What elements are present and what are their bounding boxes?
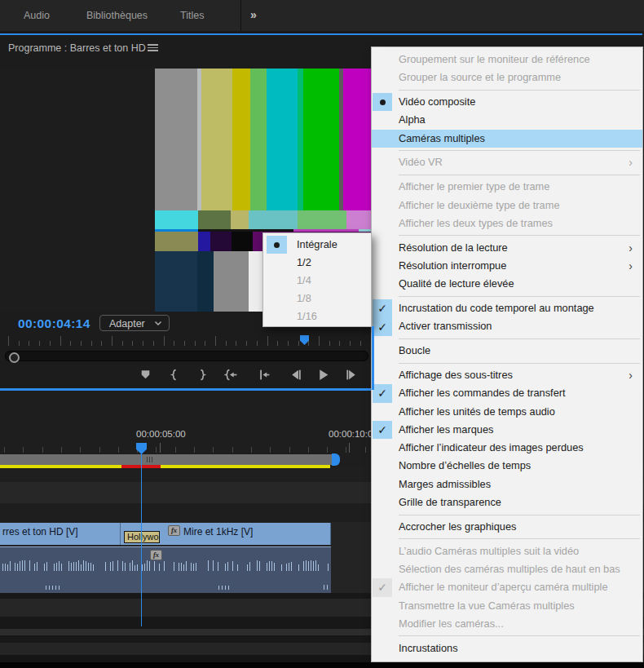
tab-titles[interactable]: Titles xyxy=(180,10,204,21)
waveform-tick xyxy=(110,562,111,571)
menu-item-modifier-les-cameras[interactable]: Modifier les caméras... xyxy=(372,615,642,633)
monitor-mini-timeline-ruler[interactable] xyxy=(0,334,371,346)
menu-item-label: 1/4 xyxy=(297,274,311,286)
menu-item-afficher-les-deux-types-de-trames[interactable]: Afficher les deux types de trames xyxy=(372,215,642,232)
waveform-tick xyxy=(213,560,214,571)
menu-check-gutter xyxy=(267,236,287,254)
color-bar-segment xyxy=(214,251,249,312)
menu-item-marges-admissibles[interactable]: Marges admissibles xyxy=(372,476,642,493)
menu-item-grille-de-transparence[interactable]: Grille de transparence xyxy=(372,493,642,511)
menu-item-transmettre-la-vue-cameras-multiples[interactable]: Transmettre la vue Caméras multiples xyxy=(372,597,642,615)
menu-separator xyxy=(372,536,642,542)
work-area-bar[interactable] xyxy=(0,454,333,465)
waveform-tick xyxy=(20,561,20,571)
waveform-tick xyxy=(59,561,60,571)
menu-item-incrustations[interactable]: Incrustations xyxy=(372,639,642,657)
menu-item-l-audio-cameras-multiples-suit-la-video[interactable]: L’audio Caméras multiples suit la vidéo xyxy=(372,542,642,560)
menu-check-gutter xyxy=(373,93,392,111)
waveform-tick xyxy=(218,562,218,571)
menu-item-qualite-de-lecture-elevee[interactable]: Qualité de lecture élevée xyxy=(372,275,642,293)
tab-bibliotheques[interactable]: Bibliothèques xyxy=(86,10,148,21)
menu-item-afficher-le-deuxieme-type-de-trame[interactable]: Afficher le deuxième type de trame xyxy=(372,197,642,215)
menu-item-afficher-le-premier-type-de-trame[interactable]: Afficher le premier type de trame xyxy=(372,178,642,196)
fx-badge: fx xyxy=(150,550,162,560)
menu-item-resolution-de-la-lecture[interactable]: Résolution de la lecture› xyxy=(372,239,642,257)
ruler-tick xyxy=(215,336,216,346)
waveform-tick xyxy=(291,562,292,571)
current-timecode[interactable]: 00:00:04:14 xyxy=(18,316,90,331)
color-bar-segment xyxy=(250,69,267,210)
menu-item-integrale[interactable]: Intégrale xyxy=(263,236,371,254)
menu-item-boucle[interactable]: Boucle xyxy=(372,342,642,360)
ruler-tick xyxy=(8,336,9,346)
monitor-zoom-scrollbar[interactable] xyxy=(5,351,368,361)
step-back-button[interactable] xyxy=(285,366,305,386)
color-bar-segment xyxy=(197,251,214,312)
waveform-tick xyxy=(83,560,84,571)
menu-item-label: Afficher le premier type de trame xyxy=(399,180,549,192)
waveform-tick xyxy=(15,563,15,571)
menu-item-afficher-les-marques[interactable]: ✓Afficher les marques xyxy=(372,421,642,439)
menu-item-activer-transmission[interactable]: ✓Activer transmission xyxy=(372,317,642,335)
menu-item-1-8[interactable]: 1/8 xyxy=(263,290,371,307)
zoom-fit-select[interactable]: Adapter xyxy=(99,315,170,331)
menu-item-1-2[interactable]: 1/2 xyxy=(263,254,371,272)
monitor-scrollbar-handle[interactable] xyxy=(9,352,20,363)
waveform-tick xyxy=(54,564,55,571)
menu-item-1-4[interactable]: 1/4 xyxy=(263,272,371,290)
menu-item-resolution-interrompue[interactable]: Résolution interrompue› xyxy=(372,257,642,275)
waveform-tick xyxy=(81,564,82,571)
waveform-tick xyxy=(59,586,60,590)
waveform-tick xyxy=(183,564,184,571)
go-to-previous-edit-icon xyxy=(258,368,271,385)
menu-item-video-composite[interactable]: Vidéo composite xyxy=(372,93,642,111)
go-to-previous-edit-button[interactable] xyxy=(254,366,274,386)
ruler-tick xyxy=(61,447,62,453)
step-forward-button[interactable] xyxy=(342,366,361,386)
menu-item-groupement-sur-le-moniteur-de-reference[interactable]: Groupement sur le moniteur de référence xyxy=(372,51,642,69)
work-area-end-handle[interactable] xyxy=(332,453,340,466)
add-marker-button[interactable] xyxy=(135,366,155,386)
audio-clip-a1[interactable]: fx xyxy=(0,546,331,593)
menu-item-1-16[interactable]: 1/16 xyxy=(263,307,371,325)
menu-item-incrustation-du-code-temporel-au-montage[interactable]: ✓Incrustation du code temporel au montag… xyxy=(372,299,642,317)
menu-item-affichage-des-sous-titres[interactable]: Affichage des sous-titres› xyxy=(372,366,642,384)
menu-item-afficher-les-unites-de-temps-audio[interactable]: Afficher les unités de temps audio xyxy=(372,403,642,421)
tab-audio[interactable]: Audio xyxy=(24,10,50,21)
waveform-tick xyxy=(90,563,91,571)
menu-item-grouper-la-source-et-le-programme[interactable]: Grouper la source et le programme xyxy=(372,69,642,86)
waveform-tick xyxy=(105,562,106,571)
tab-overflow-chevron-icon[interactable]: » xyxy=(250,8,257,21)
work-area-grip[interactable] xyxy=(147,457,155,462)
clip-marker-label[interactable]: Hollywo xyxy=(124,531,160,543)
menu-item-afficher-le-moniteur-d-apercu-camera-multiple[interactable]: ✓Afficher le moniteur d’aperçu caméra mu… xyxy=(372,578,642,596)
menu-item-afficher-les-commandes-de-transfert[interactable]: ✓Afficher les commandes de transfert xyxy=(372,384,642,402)
menu-item-cameras-multiples[interactable]: Caméras multiples xyxy=(372,130,642,148)
waveform-tick xyxy=(227,562,228,571)
waveform-tick xyxy=(228,586,229,590)
panel-focus-border-right xyxy=(372,326,374,390)
mark-in-button[interactable] xyxy=(164,366,183,386)
menu-item-selection-des-cameras-multiples-de-haut-en-bas[interactable]: Sélection des caméras multiples de haut … xyxy=(372,560,642,578)
color-bar-segment xyxy=(155,251,197,312)
menu-item-afficher-l-indicateur-des-images-perdues[interactable]: Afficher l’indicateur des images perdues xyxy=(372,439,642,457)
video-clip[interactable]: rres et ton HD [V] xyxy=(0,523,121,545)
waveform-tick xyxy=(318,564,319,571)
menu-item-accrocher-les-graphiques[interactable]: Accrocher les graphiques xyxy=(372,518,642,536)
waveform-tick xyxy=(218,586,219,590)
ruler-tick xyxy=(99,447,100,453)
waveform-tick xyxy=(46,562,47,571)
check-icon: ✓ xyxy=(377,424,387,436)
waveform-tick xyxy=(259,561,260,571)
panel-hamburger-menu-icon[interactable] xyxy=(148,44,158,53)
menu-item-nombre-d-echelles-de-temps[interactable]: Nombre d’échelles de temps xyxy=(372,457,642,475)
waveform-tick xyxy=(7,564,8,571)
waveform-tick xyxy=(61,564,62,571)
go-to-in-button[interactable] xyxy=(221,366,240,386)
menu-item-video-vr[interactable]: Vidéo VR› xyxy=(372,153,642,171)
mark-out-button[interactable] xyxy=(192,366,212,386)
menu-item-alpha[interactable]: Alpha xyxy=(372,111,642,129)
waveform-tick xyxy=(46,586,46,590)
waveform-tick xyxy=(225,586,226,590)
play-button[interactable] xyxy=(313,366,333,386)
